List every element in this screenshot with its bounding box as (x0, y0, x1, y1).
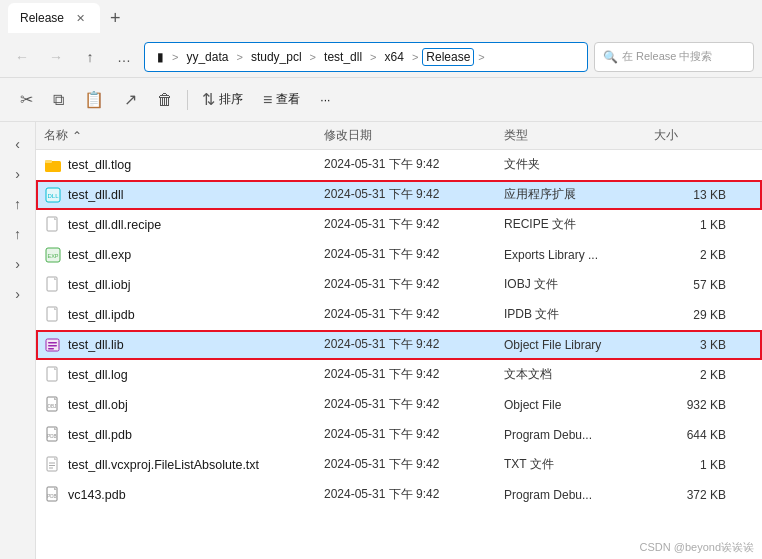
breadcrumb-test-dll[interactable]: test_dll (320, 48, 366, 66)
table-row[interactable]: test_dll.iobj 2024-05-31 下午 9:42 IOBJ 文件… (36, 270, 762, 300)
file-name: test_dll.exp (68, 248, 131, 262)
file-date: 2024-05-31 下午 9:42 (324, 156, 504, 173)
back-button[interactable]: ← (8, 43, 36, 71)
file-date: 2024-05-31 下午 9:42 (324, 456, 504, 473)
sort-label: 排序 (219, 91, 243, 108)
paste-icon: 📋 (84, 90, 104, 109)
file-type: Exports Library ... (504, 248, 654, 262)
file-type-icon (44, 336, 62, 354)
file-name: test_dll.iobj (68, 278, 131, 292)
table-row[interactable]: PDB test_dll.pdb 2024-05-31 下午 9:42 Prog… (36, 420, 762, 450)
tab-label: Release (20, 11, 64, 25)
file-name: test_dll.tlog (68, 158, 131, 172)
breadcrumb-release[interactable]: Release (422, 48, 474, 66)
file-size: 2 KB (654, 368, 734, 382)
sidebar-btn-6[interactable]: › (4, 280, 32, 308)
file-type-icon (44, 366, 62, 384)
table-row[interactable]: EXP test_dll.exp 2024-05-31 下午 9:42 Expo… (36, 240, 762, 270)
breadcrumb-yy-data[interactable]: yy_data (182, 48, 232, 66)
col-header-type[interactable]: 类型 (504, 127, 654, 144)
svg-rect-2 (45, 160, 52, 163)
file-name-cell: test_dll.dll.recipe (44, 216, 324, 234)
more-icon: ··· (320, 93, 330, 107)
file-type-icon (44, 156, 62, 174)
up-button[interactable]: ↑ (76, 43, 104, 71)
svg-rect-16 (48, 348, 54, 350)
sort-button[interactable]: ⇅ 排序 (194, 84, 251, 116)
col-name-label: 名称 (44, 127, 68, 144)
file-type: IOBJ 文件 (504, 276, 654, 293)
tab-close-button[interactable]: ✕ (72, 10, 88, 26)
forward-button[interactable]: → (42, 43, 70, 71)
copy-button[interactable]: ⧉ (45, 84, 72, 116)
file-type: Program Debu... (504, 428, 654, 442)
file-date: 2024-05-31 下午 9:42 (324, 276, 504, 293)
file-name-cell: PDB vc143.pdb (44, 486, 324, 504)
col-type-label: 类型 (504, 127, 528, 144)
file-type: 应用程序扩展 (504, 186, 654, 203)
col-header-size[interactable]: 大小 (654, 127, 734, 144)
file-name-cell: test_dll.tlog (44, 156, 324, 174)
file-list-area[interactable]: 名称 ⌃ 修改日期 类型 大小 test_dll.tlog 2024-05-31… (36, 122, 762, 559)
svg-text:PDB: PDB (47, 434, 56, 439)
col-header-name[interactable]: 名称 ⌃ (44, 127, 324, 144)
address-bar-row: ← → ↑ … ▮ > yy_data > study_pcl > test_d… (0, 36, 762, 78)
file-name-cell: test_dll.ipdb (44, 306, 324, 324)
file-date: 2024-05-31 下午 9:42 (324, 366, 504, 383)
delete-button[interactable]: 🗑 (149, 84, 181, 116)
breadcrumb-home[interactable]: ▮ (153, 48, 168, 66)
file-name: test_dll.lib (68, 338, 124, 352)
file-type: Object File Library (504, 338, 654, 352)
search-box[interactable]: 🔍 在 Release 中搜索 (594, 42, 754, 72)
file-size: 644 KB (654, 428, 734, 442)
paste-button[interactable]: 📋 (76, 84, 112, 116)
view-button[interactable]: ≡ 查看 (255, 84, 308, 116)
watermark: CSDN @beyond诶诶诶 (640, 540, 754, 555)
sidebar-btn-3[interactable]: ↑ (4, 190, 32, 218)
new-tab-button[interactable]: + (104, 6, 127, 31)
recent-button[interactable]: … (110, 43, 138, 71)
breadcrumb-x64[interactable]: x64 (381, 48, 408, 66)
tab-area: Release ✕ + (8, 3, 127, 33)
table-row[interactable]: test_dll.tlog 2024-05-31 下午 9:42 文件夹 (36, 150, 762, 180)
table-row[interactable]: PDB vc143.pdb 2024-05-31 下午 9:42 Program… (36, 480, 762, 510)
file-type: Object File (504, 398, 654, 412)
sidebar-btn-2[interactable]: › (4, 160, 32, 188)
share-button[interactable]: ↗ (116, 84, 145, 116)
sidebar-btn-1[interactable]: ‹ (4, 130, 32, 158)
svg-text:OBJ: OBJ (48, 404, 57, 409)
file-type: 文件夹 (504, 156, 654, 173)
col-name-sort-icon: ⌃ (72, 129, 82, 143)
cut-button[interactable]: ✂ (12, 84, 41, 116)
table-row[interactable]: OBJ test_dll.obj 2024-05-31 下午 9:42 Obje… (36, 390, 762, 420)
file-name: test_dll.vcxproj.FileListAbsolute.txt (68, 458, 259, 472)
file-type: Program Debu... (504, 488, 654, 502)
table-row[interactable]: test_dll.ipdb 2024-05-31 下午 9:42 IPDB 文件… (36, 300, 762, 330)
file-type: RECIPE 文件 (504, 216, 654, 233)
file-name: test_dll.ipdb (68, 308, 135, 322)
table-row[interactable]: test_dll.log 2024-05-31 下午 9:42 文本文档 2 K… (36, 360, 762, 390)
main-area: ‹ › ↑ ↑ › › 名称 ⌃ 修改日期 类型 大小 (0, 122, 762, 559)
table-row[interactable]: test_dll.dll.recipe 2024-05-31 下午 9:42 R… (36, 210, 762, 240)
active-tab[interactable]: Release ✕ (8, 3, 100, 33)
table-row[interactable]: test_dll.lib 2024-05-31 下午 9:42 Object F… (36, 330, 762, 360)
file-type-icon: PDB (44, 486, 62, 504)
file-name-cell: PDB test_dll.pdb (44, 426, 324, 444)
file-type: TXT 文件 (504, 456, 654, 473)
col-header-date[interactable]: 修改日期 (324, 127, 504, 144)
file-size: 29 KB (654, 308, 734, 322)
file-name: test_dll.pdb (68, 428, 132, 442)
sidebar-btn-5[interactable]: › (4, 250, 32, 278)
file-size: 372 KB (654, 488, 734, 502)
table-row[interactable]: DLL test_dll.dll 2024-05-31 下午 9:42 应用程序… (36, 180, 762, 210)
file-type-icon: EXP (44, 246, 62, 264)
table-row[interactable]: test_dll.vcxproj.FileListAbsolute.txt 20… (36, 450, 762, 480)
sidebar-btn-4[interactable]: ↑ (4, 220, 32, 248)
breadcrumb-study-pcl[interactable]: study_pcl (247, 48, 306, 66)
file-date: 2024-05-31 下午 9:42 (324, 246, 504, 263)
address-bar[interactable]: ▮ > yy_data > study_pcl > test_dll > x64… (144, 42, 588, 72)
more-button[interactable]: ··· (312, 84, 338, 116)
title-bar: Release ✕ + (0, 0, 762, 36)
file-date: 2024-05-31 下午 9:42 (324, 486, 504, 503)
col-size-label: 大小 (654, 127, 678, 144)
